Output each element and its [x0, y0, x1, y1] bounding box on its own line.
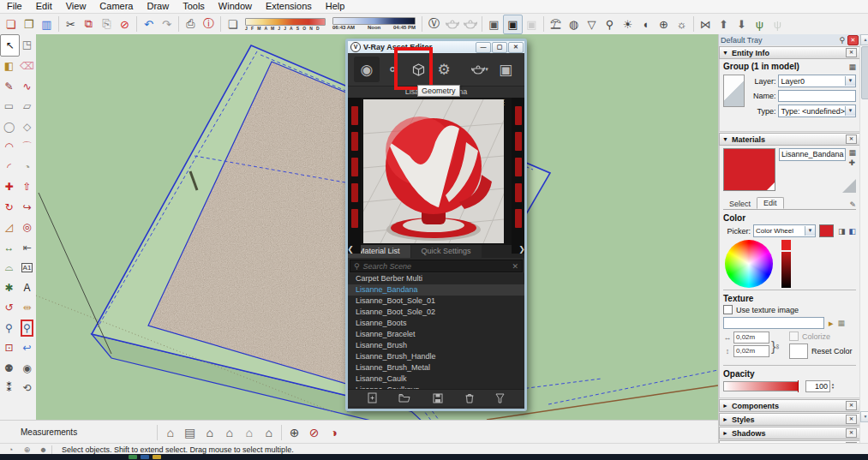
rotated-rectangle-tool[interactable]: ▱	[18, 97, 36, 117]
tab-edit[interactable]: Edit	[757, 197, 784, 209]
name-field[interactable]	[778, 90, 856, 102]
search-box[interactable]: ⚲ Search Scene ✕	[350, 260, 523, 272]
taskbar-item[interactable]	[141, 455, 149, 459]
value-slider-track[interactable]	[781, 252, 791, 288]
geolocation-icon[interactable]: ◔	[5, 445, 16, 454]
dropdown-arrow-icon[interactable]: ▼	[845, 106, 855, 116]
type-select[interactable]: Type: <undefined> ▼	[778, 105, 856, 117]
axes-tool[interactable]: ✱	[0, 278, 18, 298]
position-camera-tool[interactable]: ⚉	[0, 358, 18, 379]
tray-header[interactable]: Default Tray ⚲ ✕	[719, 34, 860, 45]
match-screen-color-icon[interactable]: ◧	[848, 227, 856, 236]
asset-editor-window-icon[interactable]: ▣	[485, 15, 503, 33]
menu-view[interactable]: View	[59, 0, 93, 13]
ies-light-icon[interactable]: ⚲	[601, 15, 619, 33]
section-cut-icon[interactable]: ⊘	[304, 423, 324, 442]
material-list-item[interactable]: Carpet Berber Multi	[348, 273, 524, 284]
texture-width-field[interactable]: 0,02m	[733, 332, 769, 344]
follow-me-tool[interactable]: ↪	[18, 197, 36, 218]
mesh-import-icon[interactable]: ⬇	[733, 15, 751, 33]
three-point-arc-tool[interactable]: ◜	[0, 157, 18, 177]
shadow-toggle-icon[interactable]: ❏	[224, 15, 242, 33]
entity-info-header[interactable]: ▼ Entity Info ✕	[719, 46, 860, 59]
view-left-icon[interactable]: ⌂	[259, 423, 278, 442]
arc-tool[interactable]: ◠	[0, 137, 18, 158]
color-wheel[interactable]	[725, 240, 773, 288]
menu-window[interactable]: Window	[212, 0, 259, 13]
menu-extensions[interactable]: Extensions	[259, 0, 319, 13]
material-list-item[interactable]: Lisanne_Bracelet	[348, 329, 524, 340]
frame-buffer-icon[interactable]: ▣	[493, 57, 518, 82]
materials-tab-icon[interactable]: ◉	[354, 57, 380, 82]
panel-close-icon[interactable]: ✕	[846, 401, 857, 410]
offset-tool[interactable]: ◎	[18, 218, 36, 238]
use-texture-checkbox[interactable]	[723, 305, 733, 314]
model-info-icon[interactable]: ⓘ	[200, 15, 218, 33]
value-slider[interactable]	[781, 240, 791, 288]
material-list-item[interactable]: Lisanne_Boot_Sole_01	[348, 296, 524, 307]
fur-brush-icon[interactable]: ψ	[769, 15, 787, 33]
menu-file[interactable]: File	[0, 0, 29, 13]
dome-light-icon[interactable]: ◖	[637, 15, 655, 33]
toggle-details-icon[interactable]: ▦	[848, 63, 856, 71]
line-tool[interactable]: ✎	[0, 76, 18, 97]
walk-tool[interactable]: ⁑	[0, 379, 18, 399]
pie-tool[interactable]: ◔	[18, 157, 36, 177]
rotate-tool[interactable]: ↻	[0, 197, 18, 218]
reset-color-swatch[interactable]	[789, 344, 808, 359]
sphere-geo-icon[interactable]: ⊕	[655, 15, 673, 33]
panel-expand-right-icon[interactable]: ❯	[518, 245, 525, 254]
sign-in-icon[interactable]: ☻	[38, 445, 49, 454]
panel-shadows[interactable]: ►Shadows✕	[719, 427, 860, 439]
search-clear-icon[interactable]: ✕	[512, 262, 518, 271]
lock-window-icon[interactable]: ▣	[523, 15, 541, 33]
delete-material-icon[interactable]	[465, 393, 474, 403]
material-list-item[interactable]: Lisanne_Boot_Sole_02	[348, 307, 524, 318]
omni-light-icon[interactable]: ☀	[619, 15, 637, 33]
shadow-time-slider[interactable]: 06:43 AMNoon04:45 PM	[332, 17, 416, 31]
camera-rotate-tool[interactable]: ⟲	[18, 379, 36, 399]
open-material-icon[interactable]	[398, 393, 410, 403]
opacity-spinner[interactable]: ▲▼	[831, 383, 835, 390]
save-material-icon[interactable]	[433, 393, 443, 403]
material-list-item[interactable]: Lisanne_Caulk	[348, 373, 524, 385]
dropdown-arrow-icon[interactable]: ▼	[845, 76, 855, 86]
close-button[interactable]: ✕	[508, 42, 524, 53]
polygon-tool[interactable]: ◇	[18, 116, 36, 137]
menu-camera[interactable]: Camera	[93, 0, 140, 13]
rectangle-tool[interactable]: ▭	[0, 97, 18, 117]
cut-icon[interactable]: ✂	[62, 15, 80, 33]
secondary-pane-icon[interactable]: ▦	[848, 148, 856, 157]
spot-light-icon[interactable]: ▽	[583, 15, 601, 33]
create-material-icon[interactable]: ✚	[848, 158, 856, 167]
fur-icon[interactable]: ψ	[751, 15, 769, 33]
eraser-tool[interactable]: ⌫	[18, 57, 36, 77]
view-right-icon[interactable]: ⌂	[219, 423, 239, 442]
view-iso-icon[interactable]: ⌂	[160, 423, 180, 442]
menu-help[interactable]: Help	[319, 0, 352, 13]
render-interactive-icon[interactable]	[461, 15, 479, 33]
paste-icon[interactable]: ⎘	[98, 15, 116, 33]
sphere-light-icon[interactable]: ◍	[565, 15, 583, 33]
shadow-date-slider[interactable]: J F M A M J J A S O N D	[245, 18, 326, 31]
threed-text-tool[interactable]: A	[18, 278, 36, 298]
pan-tool[interactable]: ⇹	[18, 298, 36, 319]
menu-edit[interactable]: Edit	[29, 0, 59, 13]
material-list-item[interactable]: Lisanne_Brush_Metal	[348, 362, 524, 373]
render-teapot-icon[interactable]	[443, 15, 461, 33]
active-material-swatch[interactable]	[723, 148, 775, 191]
maximize-button[interactable]: ▢	[492, 42, 507, 53]
materials-close-icon[interactable]: ✕	[846, 134, 857, 144]
push-pull-tool[interactable]: ⇧	[18, 177, 36, 198]
colorize-checkbox[interactable]	[789, 332, 799, 341]
measurements-input[interactable]	[86, 426, 154, 439]
select-tool[interactable]: ↖	[0, 34, 20, 57]
menu-tools[interactable]: Tools	[176, 0, 212, 13]
sample-paint-icon[interactable]: ✎	[849, 200, 856, 209]
redo-icon[interactable]: ↷	[158, 15, 176, 33]
paint-bucket-tool[interactable]: ◧	[0, 57, 18, 77]
dropdown-arrow-icon[interactable]: ▼	[805, 226, 815, 236]
make-component-tool[interactable]: ◳	[18, 34, 36, 55]
copy-icon[interactable]: ⧉	[80, 15, 98, 33]
frame-buffer-window-icon[interactable]: ▣	[503, 15, 523, 34]
